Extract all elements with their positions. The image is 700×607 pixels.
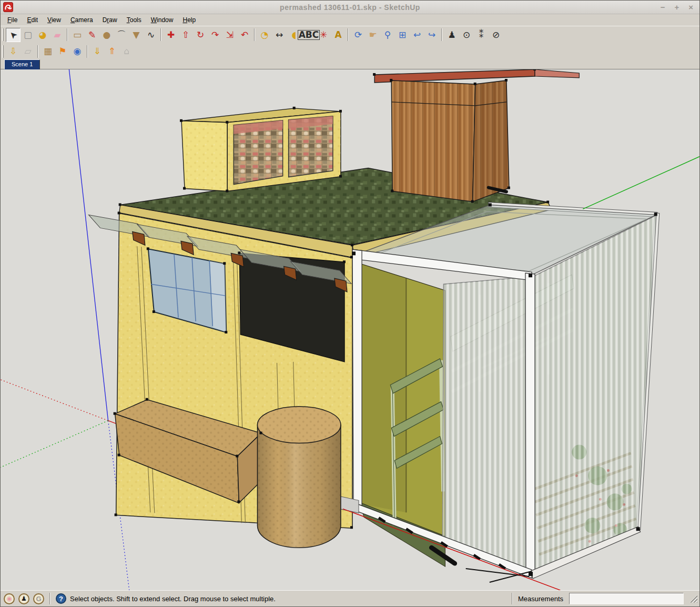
- walk-footprints-icon: ⁑: [479, 31, 484, 39]
- line-tool-button[interactable]: ✎: [85, 28, 99, 42]
- share-model-button[interactable]: ⇑: [105, 44, 119, 58]
- window-title: permashed 130611-01.skp - SketchUp: [1, 3, 699, 12]
- get-models-button[interactable]: ⇓: [90, 44, 105, 58]
- status-separator: [512, 593, 513, 604]
- toolbar-separator: [441, 28, 442, 41]
- menu-help[interactable]: Help: [178, 15, 200, 25]
- move-tool-button[interactable]: ✚: [164, 28, 178, 42]
- push-pull-tool-button[interactable]: ⇧: [178, 28, 193, 42]
- toolbar-separator: [37, 45, 38, 58]
- 3d-text-icon: A: [334, 31, 341, 39]
- share-component-house-icon: ⌂: [124, 47, 130, 56]
- menu-camera[interactable]: Camera: [66, 15, 98, 25]
- orbit-tool-button[interactable]: ⟳: [351, 28, 366, 42]
- pan-hand-icon: ☛: [369, 31, 377, 39]
- paint-bucket-button[interactable]: ◕: [35, 28, 50, 42]
- freehand-tool-button[interactable]: ∿: [144, 28, 158, 42]
- zoom-extents-button[interactable]: ⊞: [395, 28, 410, 42]
- arc-tool-button[interactable]: ⌒: [114, 28, 129, 42]
- photo-textures-button[interactable]: ▦: [40, 44, 55, 58]
- zoom-next-button[interactable]: ↪: [424, 28, 439, 42]
- walk-tool-button[interactable]: ⁑: [474, 28, 489, 42]
- tape-measure-icon: ◔: [261, 31, 269, 39]
- minimize-button[interactable]: −: [661, 3, 665, 11]
- status-separator: [49, 593, 50, 604]
- axes-tool-button[interactable]: ✳: [316, 28, 331, 42]
- dimensions-button[interactable]: ↔: [272, 28, 287, 42]
- position-camera-button[interactable]: ♟: [444, 28, 459, 42]
- get-current-view-button[interactable]: ⇩: [6, 44, 21, 58]
- credit-attribution-icon[interactable]: ♟: [18, 593, 29, 604]
- tape-measure-button[interactable]: ◔: [257, 28, 272, 42]
- eraser-icon: ▰: [54, 31, 60, 39]
- get-models-icon: ⇓: [94, 47, 101, 56]
- circle-icon: ●: [103, 31, 111, 39]
- rectangle-tool-button[interactable]: ▭: [70, 28, 85, 42]
- zoom-next-icon: ↪: [428, 31, 435, 39]
- share-component-button[interactable]: ⌂: [119, 44, 134, 58]
- barrel[interactable]: [257, 407, 340, 548]
- menu-edit[interactable]: Edit: [22, 15, 43, 25]
- menu-file[interactable]: File: [3, 15, 22, 25]
- paint-bucket-icon: ◕: [39, 31, 47, 39]
- toggle-terrain-button[interactable]: ▱: [21, 44, 35, 58]
- select-icon: ➤: [7, 29, 19, 41]
- toolbar-grip[interactable]: [2, 45, 4, 58]
- measurements-input[interactable]: [569, 593, 684, 604]
- sketchup-logo-icon: [3, 2, 13, 12]
- close-button[interactable]: ×: [688, 3, 693, 11]
- title-bar[interactable]: permashed 130611-01.skp - SketchUp − + ×: [1, 1, 699, 14]
- axes-icon: ✳: [320, 31, 327, 39]
- help-icon[interactable]: ?: [56, 593, 66, 604]
- menu-bar: File Edit View Camera Draw Tools Window …: [1, 14, 699, 26]
- circle-tool-button[interactable]: ●: [99, 28, 114, 42]
- storage-box[interactable]: [181, 108, 341, 191]
- google-toolbar: ⇩ ▱ ▦ ⚑ ◉ ⇓ ⇑ ⌂: [1, 43, 699, 59]
- preview-model-in-google-earth-button[interactable]: ⚑: [55, 44, 70, 58]
- freehand-icon: ∿: [147, 31, 155, 39]
- pan-tool-button[interactable]: ☛: [366, 28, 380, 42]
- zoom-previous-button[interactable]: ↩: [410, 28, 424, 42]
- toolbar-grip[interactable]: [2, 28, 4, 41]
- resize-grip[interactable]: [689, 595, 697, 603]
- menu-draw[interactable]: Draw: [98, 15, 122, 25]
- move-icon: ✚: [167, 31, 175, 39]
- water-tank[interactable]: [374, 69, 579, 201]
- polygon-icon: ▼: [133, 31, 139, 39]
- geolocation-status-icon[interactable]: ◉: [4, 593, 15, 604]
- rectangle-icon: ▭: [73, 31, 82, 39]
- 3d-text-button[interactable]: A: [331, 28, 346, 42]
- arc-icon: ⌒: [117, 31, 126, 39]
- status-bar: ◉ ♟ G ? Select objects. Shift to extend …: [1, 590, 699, 606]
- google-signin-icon[interactable]: G: [33, 593, 44, 604]
- section-plane-button[interactable]: ⊘: [489, 28, 503, 42]
- offset-tool-button[interactable]: ↶: [237, 28, 252, 42]
- zoom-icon: ⚲: [384, 31, 391, 39]
- menu-window[interactable]: Window: [146, 15, 178, 25]
- zoom-tool-button[interactable]: ⚲: [380, 28, 395, 42]
- menu-view[interactable]: View: [43, 15, 66, 25]
- offset-icon: ↶: [241, 31, 248, 39]
- scale-tool-button[interactable]: ⇲: [222, 28, 237, 42]
- toolbar-separator: [348, 28, 349, 41]
- follow-me-tool-button[interactable]: ↷: [208, 28, 222, 42]
- make-component-button[interactable]: ▢: [21, 28, 35, 42]
- maximize-button[interactable]: +: [674, 3, 679, 11]
- tab-scene-1[interactable]: Scene 1: [4, 59, 40, 69]
- status-message: Select objects. Shift to extend select. …: [70, 595, 276, 603]
- follow-me-icon: ↷: [211, 31, 219, 39]
- polygon-tool-button[interactable]: ▼: [129, 28, 144, 42]
- menu-tools[interactable]: Tools: [122, 15, 146, 25]
- toolbar-separator: [67, 28, 68, 41]
- look-around-button[interactable]: ⊙: [459, 28, 474, 42]
- greenhouse[interactable]: [352, 202, 660, 582]
- select-tool-button[interactable]: ➤: [6, 28, 21, 42]
- protractor-icon: ◖: [292, 31, 297, 39]
- google-earth-button[interactable]: ◉: [70, 44, 85, 58]
- text-tool-button[interactable]: ABC: [301, 28, 316, 42]
- scene-tab-bar: Scene 1: [1, 59, 699, 69]
- rotate-tool-button[interactable]: ↻: [193, 28, 208, 42]
- eraser-button[interactable]: ▰: [50, 28, 65, 42]
- model-viewport[interactable]: [1, 69, 699, 590]
- make-component-icon: ▢: [24, 31, 32, 39]
